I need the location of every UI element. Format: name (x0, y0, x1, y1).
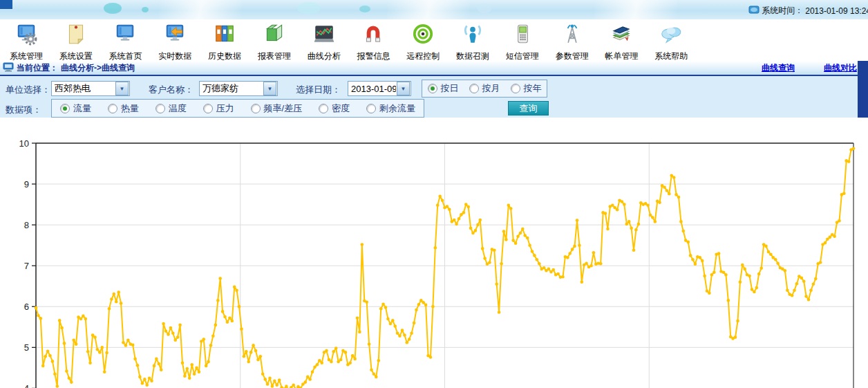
svg-text:10: 10 (19, 138, 29, 149)
svg-text:4: 4 (24, 383, 29, 388)
svg-text:7: 7 (24, 261, 29, 271)
svg-text:9: 9 (24, 179, 29, 190)
svg-text:5: 5 (24, 342, 29, 353)
svg-text:8: 8 (24, 220, 29, 230)
svg-text:6: 6 (24, 302, 29, 312)
curve-chart: 10987654 (0, 0, 868, 388)
